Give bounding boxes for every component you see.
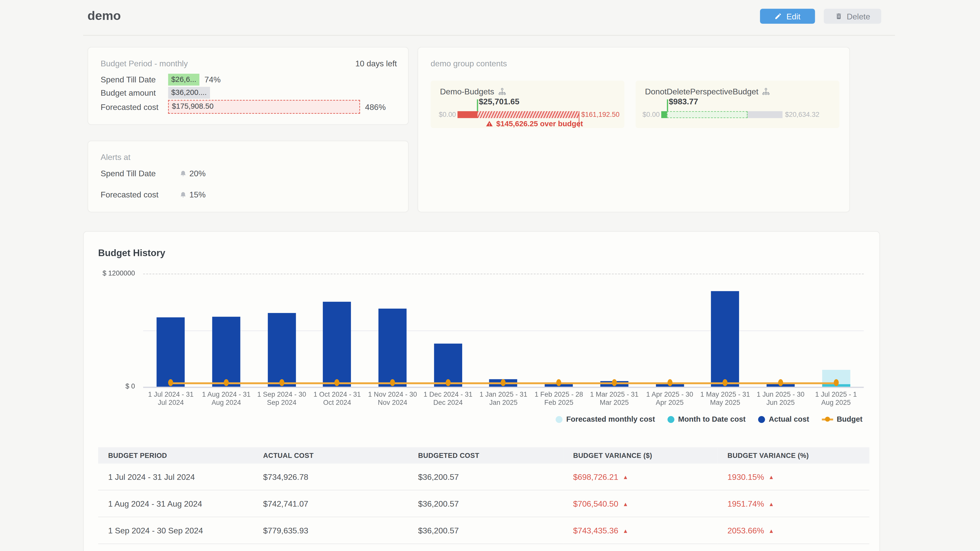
spend-chip: $26,6...	[168, 74, 200, 86]
bar-min-label: $0.00	[643, 111, 659, 118]
actual-cost-bar	[212, 317, 240, 387]
table-cell: $742,741.07	[253, 490, 408, 517]
budget-item-demo-budgets[interactable]: Demo-Budgets $25,701.65 $0.00 $161,192.5…	[431, 81, 624, 128]
table-header-cell: BUDGET VARIANCE (%)	[718, 447, 869, 464]
x-axis-label: 1 Jul 2025 - 1Aug 2025	[808, 391, 864, 407]
group-contents-card: demo group contents Demo-Budgets $25,701…	[417, 47, 850, 213]
chart-bar-group	[753, 274, 808, 387]
forecast-segment	[667, 111, 748, 118]
x-axis-label: 1 Feb 2025 - 28Feb 2025	[531, 391, 587, 407]
spend-marker	[477, 99, 478, 111]
chart-bar-group	[531, 274, 587, 387]
actual-cost-bar	[379, 308, 407, 387]
header-actions: Edit Delete	[760, 9, 881, 24]
budget-amount: $983.77	[669, 97, 698, 106]
group-contents-title: demo group contents	[431, 59, 507, 68]
forecasted-cost-row: Forecasted cost $175,908.50 486%	[100, 100, 386, 114]
actual-legend-dot	[758, 416, 765, 423]
forecasted-legend-dot	[555, 416, 563, 423]
budget-item-donotdelete[interactable]: DonotDeletePerspectiveBudget $983.77 $0.…	[636, 81, 839, 128]
bar-max-label: $161,192.50	[581, 111, 620, 118]
chart-legend: Forecasted monthly cost Month to Date co…	[555, 415, 862, 424]
table-row: 1 Sep 2024 - 30 Sep 2024$779,635.93$36,2…	[98, 517, 869, 544]
budget-point	[445, 380, 451, 386]
days-left: 10 days left	[355, 59, 397, 68]
budget-progress-bar	[458, 111, 579, 118]
edit-button[interactable]: Edit	[760, 9, 815, 24]
chart-bar-group	[697, 274, 753, 387]
x-axis-labels: 1 Jul 2024 - 31Jul 20241 Aug 2024 - 31Au…	[143, 391, 864, 407]
budget-point	[778, 380, 783, 386]
x-axis-label: 1 Jan 2025 - 31Jan 2025	[476, 391, 531, 407]
table-cell: $36,200.57	[408, 464, 563, 490]
alerts-title: Alerts at	[100, 152, 130, 162]
hierarchy-icon	[498, 87, 506, 96]
actual-cost-bar	[157, 318, 185, 386]
legend-item-month-to-date[interactable]: Month to Date cost	[667, 415, 746, 424]
over-budget-label: $145,626.25 over budget	[496, 119, 583, 128]
budget-legend-marker	[822, 416, 833, 423]
up-arrow-icon: ▲	[768, 474, 774, 480]
delete-button[interactable]: Delete	[824, 9, 881, 24]
x-axis-label: 1 Nov 2024 - 30Nov 2024	[365, 391, 420, 407]
spend-till-date-row: Spend Till Date $26,6... 74%	[100, 74, 221, 86]
alerts-card: Alerts at Spend Till Date 20% Forecasted…	[88, 141, 409, 213]
y-axis-zero-label: $ 0	[84, 383, 135, 390]
variance-cell: 1951.74%▲	[718, 490, 869, 517]
budget-history-chart	[143, 274, 864, 387]
bell-icon	[180, 170, 187, 177]
table-header-cell: BUDGET VARIANCE ($)	[563, 447, 718, 464]
budget-amount-chip: $36,200....	[168, 87, 210, 99]
variance-cell: 2053.66%▲	[718, 517, 869, 544]
table-header-cell: BUDGETED COST	[408, 447, 563, 464]
page: demo Edit Delete Budget Period - monthly…	[0, 0, 980, 551]
budget-name: Demo-Budgets	[440, 87, 506, 96]
row-label: Budget amount	[100, 88, 168, 97]
spend-percent: 74%	[204, 75, 221, 84]
remaining-segment	[748, 111, 783, 118]
forecast-percent: 486%	[365, 102, 386, 111]
chart-bar-group	[365, 274, 420, 387]
table-cell: 1 Jul 2024 - 31 Jul 2024	[98, 464, 253, 490]
budget-period-card: Budget Period - monthly 10 days left Spe…	[88, 47, 409, 125]
table-cell: $779,635.93	[253, 517, 408, 544]
month-to-date-legend-dot	[667, 416, 674, 423]
budget-point	[612, 380, 617, 386]
up-arrow-icon: ▲	[623, 527, 628, 534]
legend-item-forecasted[interactable]: Forecasted monthly cost	[555, 415, 655, 424]
over-budget-text: $145,626.25 over budget	[486, 119, 583, 128]
spent-segment	[661, 111, 667, 118]
row-label: Spend Till Date	[100, 75, 168, 84]
up-arrow-icon: ▲	[768, 501, 774, 507]
chart-bar-group	[587, 274, 642, 387]
budget-amount-row: Budget amount $36,200....	[100, 87, 210, 99]
budget-name-label: DonotDeletePerspectiveBudget	[645, 87, 758, 96]
trash-icon	[835, 13, 842, 20]
budget-history-title: Budget History	[98, 248, 165, 258]
overrun-segment	[477, 111, 579, 118]
legend-label: Month to Date cost	[678, 415, 746, 424]
table-cell: $36,200.57	[408, 517, 563, 544]
table-cell: $734,926.78	[253, 464, 408, 490]
x-axis-label: 1 Dec 2024 - 31Dec 2024	[420, 391, 476, 407]
budget-name: DonotDeletePerspectiveBudget	[645, 87, 770, 96]
actual-cost-bar	[268, 313, 296, 387]
budget-point	[224, 380, 229, 386]
page-title: demo	[88, 9, 121, 23]
alert-label: Forecasted cost	[100, 190, 180, 199]
table-row: 1 Aug 2024 - 31 Aug 2024$742,741.07$36,2…	[98, 490, 869, 517]
up-arrow-icon: ▲	[768, 527, 774, 534]
variance-cell: $698,726.21▲	[563, 464, 718, 490]
up-arrow-icon: ▲	[623, 474, 628, 480]
legend-label: Actual cost	[769, 415, 809, 424]
spent-segment	[458, 111, 477, 118]
legend-item-budget[interactable]: Budget	[822, 415, 862, 424]
budget-period-title: Budget Period - monthly	[100, 59, 188, 68]
legend-item-actual[interactable]: Actual cost	[758, 415, 809, 424]
actual-cost-bar	[711, 291, 739, 387]
pencil-icon	[775, 13, 782, 20]
alert-row-forecast: Forecasted cost 15%	[100, 190, 206, 199]
x-axis-label: 1 Sep 2024 - 30Sep 2024	[254, 391, 309, 407]
x-axis-label: 1 Jun 2025 - 30Jun 2025	[753, 391, 808, 407]
header-divider	[83, 35, 895, 35]
